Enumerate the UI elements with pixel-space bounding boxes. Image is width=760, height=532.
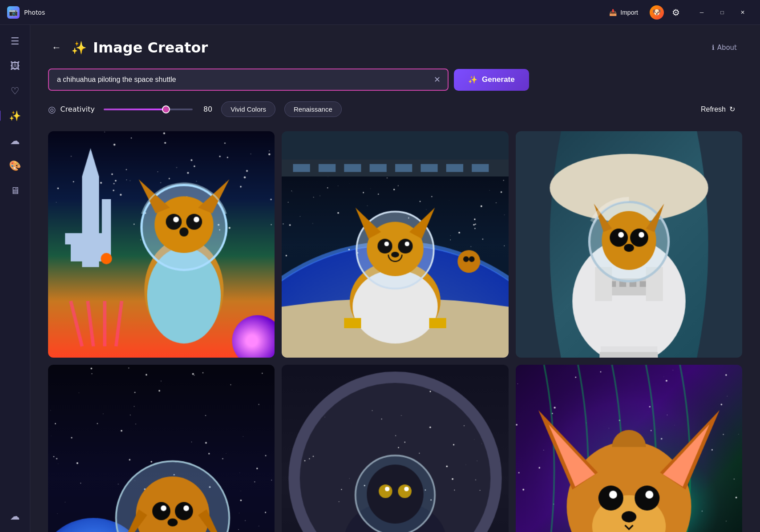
app-icon: 📷 — [7, 6, 20, 19]
renaissance-label: Renaissance — [294, 105, 332, 113]
sidebar-item-favorites[interactable]: ♡ — [4, 80, 26, 101]
creativity-icon: ◎ — [48, 104, 56, 115]
sidebar: ☰ 🖼 ♡ ✨ ☁ 🎨 🖥 ☁ — [0, 25, 30, 532]
main-layout: ☰ 🖼 ♡ ✨ ☁ 🎨 🖥 ☁ ← — [0, 25, 760, 532]
generate-label: Generate — [482, 75, 515, 84]
vivid-colors-chip[interactable]: Vivid Colors — [221, 101, 275, 117]
about-icon: ℹ — [712, 44, 715, 52]
cloud-sync-icon: ☁ — [10, 511, 20, 522]
window-controls: ─ □ ✕ — [691, 5, 753, 20]
image-cell-5[interactable]: Stop generating — [282, 365, 508, 532]
search-input-wrapper: ✕ — [48, 69, 449, 91]
import-icon: 📥 — [609, 9, 617, 16]
title-bar: 📷 Photos 📥 Import 🐶 ⚙ ─ □ ✕ — [0, 0, 760, 25]
app-title: Photos — [24, 9, 45, 16]
creativity-label: Creativity — [60, 105, 94, 113]
settings-icon: ⚙ — [672, 8, 680, 17]
slider-value: 80 — [203, 105, 212, 113]
monitor-icon: 🖥 — [10, 185, 20, 196]
image-grid-container: Stop generating — [48, 131, 742, 532]
cloud-icon: ☁ — [10, 135, 20, 146]
avatar[interactable]: 🐶 — [650, 5, 664, 20]
about-link[interactable]: ℹ About — [707, 41, 742, 54]
back-icon: ← — [52, 42, 61, 53]
image-cell-1[interactable] — [48, 131, 275, 358]
image-cell-6[interactable] — [516, 365, 742, 532]
close-button[interactable]: ✕ — [732, 5, 753, 20]
image-cell-3[interactable] — [516, 131, 742, 358]
sidebar-item-cloud[interactable]: ☁ — [4, 130, 26, 151]
sidebar-item-image-creator[interactable]: ✨ — [4, 105, 26, 126]
renaissance-chip[interactable]: Renaissance — [284, 101, 342, 117]
palette-icon: 🎨 — [9, 160, 21, 171]
clear-icon: ✕ — [434, 75, 441, 85]
generate-button[interactable]: ✨ Generate — [454, 69, 529, 91]
menu-icon: ☰ — [11, 36, 20, 47]
maximize-button[interactable]: □ — [712, 5, 732, 20]
creativity-control: ◎ Creativity — [48, 104, 95, 115]
search-input[interactable] — [48, 69, 449, 91]
page-header: ← ✨ Image Creator ℹ About — [48, 39, 742, 56]
slider-thumb[interactable] — [162, 105, 170, 113]
search-bar: ✕ ✨ Generate — [48, 69, 742, 91]
title-bar-right: 📥 Import 🐶 ⚙ ─ □ ✕ — [603, 4, 753, 20]
image-cell-2[interactable] — [282, 131, 508, 358]
image-cell-4[interactable] — [48, 365, 275, 532]
settings-button[interactable]: ⚙ — [669, 4, 683, 20]
slider-fill — [104, 109, 166, 110]
title-bar-left: 📷 Photos — [7, 6, 45, 19]
sidebar-item-cloud-sync[interactable]: ☁ — [4, 505, 26, 527]
sidebar-item-palette[interactable]: 🎨 — [4, 155, 26, 176]
content-area: ← ✨ Image Creator ℹ About ✕ ✨ Generate — [30, 25, 760, 532]
refresh-button[interactable]: Refresh ↻ — [694, 101, 742, 117]
refresh-icon: ↻ — [729, 105, 735, 113]
minimize-button[interactable]: ─ — [691, 5, 712, 20]
generate-icon: ✨ — [468, 75, 477, 85]
page-header-left: ← ✨ Image Creator — [48, 39, 208, 56]
back-button[interactable]: ← — [48, 40, 65, 55]
heart-icon: ♡ — [11, 85, 20, 97]
photos-icon: 🖼 — [10, 60, 20, 72]
import-button[interactable]: 📥 Import — [603, 6, 644, 19]
sidebar-item-monitor[interactable]: 🖥 — [4, 180, 26, 201]
creator-icon: ✨ — [9, 110, 21, 121]
creativity-slider[interactable] — [104, 105, 193, 114]
import-label: Import — [620, 9, 638, 16]
clear-button[interactable]: ✕ — [431, 73, 443, 86]
image-grid: Stop generating — [48, 131, 742, 532]
sidebar-item-photos[interactable]: 🖼 — [4, 55, 26, 77]
controls-row: ◎ Creativity 80 Vivid Colors Renaissance… — [48, 101, 742, 117]
sidebar-item-menu[interactable]: ☰ — [4, 30, 26, 52]
page-title-icon: ✨ — [71, 40, 87, 55]
page-title: Image Creator — [93, 39, 208, 56]
about-label: About — [717, 44, 737, 52]
vivid-colors-label: Vivid Colors — [230, 105, 266, 113]
slider-track — [104, 109, 193, 110]
refresh-label: Refresh — [701, 105, 726, 113]
